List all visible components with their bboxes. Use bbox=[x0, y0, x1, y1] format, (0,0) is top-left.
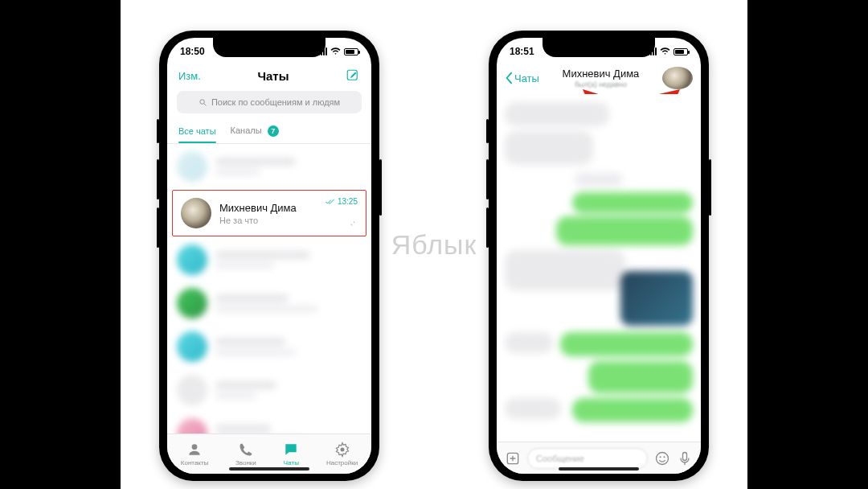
list-item[interactable] bbox=[167, 368, 371, 412]
attach-icon[interactable] bbox=[505, 450, 521, 466]
avatar bbox=[181, 198, 211, 228]
wifi-icon bbox=[660, 47, 670, 55]
tab-settings[interactable]: Настройки bbox=[326, 442, 358, 466]
calls-icon bbox=[238, 442, 254, 458]
status-time: 18:51 bbox=[510, 46, 534, 57]
pin-icon bbox=[347, 219, 356, 229]
svg-point-3 bbox=[192, 444, 198, 450]
wifi-icon bbox=[330, 47, 341, 55]
watermark: Яблык bbox=[391, 229, 477, 261]
svg-line-2 bbox=[204, 103, 206, 105]
svg-point-12 bbox=[657, 452, 669, 464]
search-icon bbox=[199, 98, 207, 107]
list-item[interactable] bbox=[167, 145, 371, 188]
channels-badge: 7 bbox=[268, 125, 279, 137]
chat-preview: Не за что bbox=[219, 216, 358, 225]
sticker-icon[interactable] bbox=[654, 450, 670, 466]
message-input[interactable]: Сообщение bbox=[527, 448, 648, 469]
list-item[interactable] bbox=[167, 281, 371, 325]
chats-icon bbox=[283, 442, 299, 458]
chat-filter-tabs: Все чаты Каналы 7 bbox=[167, 118, 371, 144]
svg-point-13 bbox=[660, 456, 661, 458]
edit-button[interactable]: Изм. bbox=[178, 70, 201, 82]
mic-icon[interactable] bbox=[677, 450, 693, 466]
svg-rect-15 bbox=[683, 452, 687, 460]
tab-channels[interactable]: Каналы 7 bbox=[231, 125, 279, 137]
settings-icon bbox=[334, 442, 350, 458]
home-indicator[interactable] bbox=[559, 467, 639, 471]
list-item[interactable] bbox=[167, 325, 371, 368]
conversation-area[interactable] bbox=[497, 94, 701, 442]
contacts-icon bbox=[186, 442, 203, 458]
battery-icon bbox=[344, 48, 358, 55]
battery-icon bbox=[674, 48, 688, 55]
svg-point-1 bbox=[200, 99, 205, 103]
contact-name: Михневич Дима bbox=[563, 68, 640, 80]
tab-chats[interactable]: Чаты bbox=[283, 442, 299, 466]
contact-avatar[interactable] bbox=[662, 67, 693, 89]
search-input[interactable]: Поиск по сообщениям и людям bbox=[177, 91, 362, 113]
chevron-left-icon bbox=[505, 72, 513, 84]
back-button[interactable]: Чаты bbox=[505, 72, 539, 84]
home-indicator[interactable] bbox=[229, 467, 309, 471]
list-item[interactable] bbox=[167, 238, 371, 281]
svg-point-14 bbox=[664, 456, 665, 458]
chat-time: 13:25 bbox=[338, 197, 358, 206]
chat-list: Михневич Дима Не за что 13:25 bbox=[167, 145, 371, 435]
read-check-icon bbox=[326, 199, 335, 205]
status-time: 18:50 bbox=[180, 46, 205, 57]
list-item[interactable] bbox=[167, 412, 371, 435]
search-placeholder: Поиск по сообщениям и людям bbox=[211, 97, 340, 107]
tab-all-chats[interactable]: Все чаты bbox=[178, 126, 216, 136]
chat-item-highlighted[interactable]: Михневич Дима Не за что 13:25 bbox=[172, 190, 366, 236]
contact-header[interactable]: Михневич Дима был(а) недавно bbox=[563, 68, 640, 88]
svg-point-4 bbox=[340, 448, 344, 452]
page-title: Чаты bbox=[257, 69, 289, 83]
tab-contacts[interactable]: Контакты bbox=[181, 442, 209, 466]
compose-icon[interactable] bbox=[346, 68, 360, 83]
tab-calls[interactable]: Звонки bbox=[235, 442, 256, 466]
phone-chat-list: 18:50 Изм. Чаты Поиск по сообщениям и лю… bbox=[159, 31, 379, 481]
phone-conversation: 18:51 Чаты Михневич Дима был(а) недавно bbox=[489, 31, 709, 481]
message-placeholder: Сообщение bbox=[536, 454, 584, 463]
